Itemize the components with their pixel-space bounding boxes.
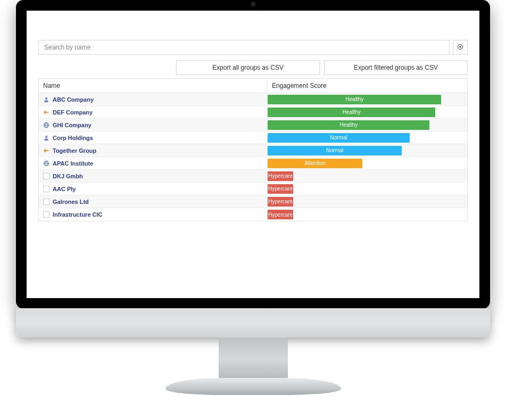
score-bar: Attention [268, 159, 362, 168]
score-cell: Attention [268, 158, 467, 169]
score-cell: Healthy [268, 94, 467, 105]
monitor-stand-neck [219, 337, 288, 380]
arrow-icon [43, 147, 49, 154]
group-name-link[interactable]: AAC Ply [53, 186, 76, 192]
table-row: APAC InstituteAttention [39, 157, 467, 170]
group-name-link[interactable]: Infrastructure CIC [53, 211, 103, 218]
export-filtered-button[interactable]: Export filtered groups as CSV [324, 60, 468, 75]
group-name-link[interactable]: ABC Company [53, 96, 94, 103]
name-cell: Galrones Ltd [39, 199, 268, 205]
score-bar: Hypercare [268, 184, 293, 194]
group-name-link[interactable]: Together Group [53, 147, 96, 154]
monitor-stand-foot [165, 378, 341, 395]
column-header-name[interactable]: Name [39, 79, 268, 93]
monitor-chin [16, 308, 490, 337]
score-label: Healthy [343, 109, 361, 115]
score-bar: Normal [268, 146, 402, 155]
column-header-score[interactable]: Engagement Score [268, 79, 467, 93]
camera-icon [251, 2, 256, 7]
score-bar: Hypercare [268, 171, 293, 181]
score-bar: Healthy [268, 108, 435, 117]
table-row: DKJ GmbhHypercare [39, 170, 467, 183]
group-name-link[interactable]: Corp Holdings [53, 135, 93, 141]
clear-search-button[interactable] [453, 40, 468, 55]
table-row: GHI CompanyHealthy [39, 119, 467, 131]
group-name-link[interactable]: GHI Company [53, 122, 92, 128]
score-bar: Hypercare [268, 210, 293, 219]
score-cell: Normal [268, 145, 467, 157]
score-label: Healthy [345, 96, 363, 102]
user-icon [43, 135, 49, 141]
score-label: Healthy [339, 122, 358, 128]
search-input[interactable] [38, 40, 450, 55]
score-cell: Healthy [268, 119, 467, 131]
table-row: AAC PlyHypercare [39, 183, 467, 195]
score-cell: Healthy [268, 106, 467, 118]
score-label: Normal [330, 135, 347, 141]
checkbox-icon[interactable] [43, 173, 49, 179]
score-bar: Healthy [268, 120, 429, 130]
score-cell: Hypercare [268, 196, 467, 208]
name-cell: Corp Holdings [39, 135, 268, 141]
checkbox-icon[interactable] [43, 211, 49, 218]
group-name-link[interactable]: DKJ Gmbh [53, 173, 83, 179]
clear-icon [457, 44, 463, 52]
name-cell: AAC Ply [39, 186, 268, 192]
group-name-link[interactable]: APAC Institute [53, 160, 93, 167]
name-cell: Infrastructure CIC [39, 211, 268, 218]
table-row: Infrastructure CICHypercare [39, 208, 467, 221]
score-cell: Hypercare [268, 183, 467, 195]
score-label: Attention [304, 160, 325, 166]
score-bar: Healthy [268, 95, 441, 104]
group-name-link[interactable]: Galrones Ltd [53, 199, 89, 205]
score-cell: Normal [268, 132, 467, 144]
groups-table: Name Engagement Score ABC CompanyHealthy… [38, 78, 468, 221]
table-header: Name Engagement Score [39, 79, 467, 93]
score-label: Normal [326, 147, 343, 153]
screen: Export all groups as CSV Export filtered… [27, 11, 479, 298]
score-label: Hypercare [268, 173, 293, 179]
table-row: Together GroupNormal [39, 144, 467, 157]
name-cell: GHI Company [39, 122, 268, 128]
name-cell: DKJ Gmbh [39, 173, 268, 179]
score-cell: Hypercare [268, 170, 467, 182]
monitor-frame: Export all groups as CSV Export filtered… [16, 0, 490, 309]
name-cell: Together Group [39, 147, 268, 154]
arrow-icon [43, 109, 49, 116]
name-cell: APAC Institute [39, 160, 268, 167]
score-cell: Hypercare [268, 209, 467, 220]
svg-point-3 [45, 97, 47, 100]
table-row: Corp HoldingsNormal [39, 131, 467, 144]
group-name-link[interactable]: DEF Company [53, 109, 93, 116]
table-row: ABC CompanyHealthy [39, 93, 467, 106]
score-bar: Hypercare [268, 197, 293, 207]
user-icon [43, 96, 49, 103]
globe-icon [43, 122, 49, 128]
svg-point-8 [45, 136, 47, 138]
export-all-button[interactable]: Export all groups as CSV [176, 60, 320, 75]
table-row: Galrones LtdHypercare [39, 195, 467, 208]
table-body: ABC CompanyHealthyDEF CompanyHealthyGHI … [39, 93, 467, 221]
checkbox-icon[interactable] [43, 186, 49, 192]
globe-icon [43, 160, 49, 167]
score-label: Hypercare [268, 199, 293, 204]
name-cell: ABC Company [39, 96, 268, 103]
name-cell: DEF Company [39, 109, 268, 116]
checkbox-icon[interactable] [43, 199, 49, 205]
score-bar: Normal [268, 133, 410, 143]
table-row: DEF CompanyHealthy [39, 106, 467, 119]
score-label: Hypercare [268, 212, 293, 218]
score-label: Hypercare [268, 186, 293, 192]
